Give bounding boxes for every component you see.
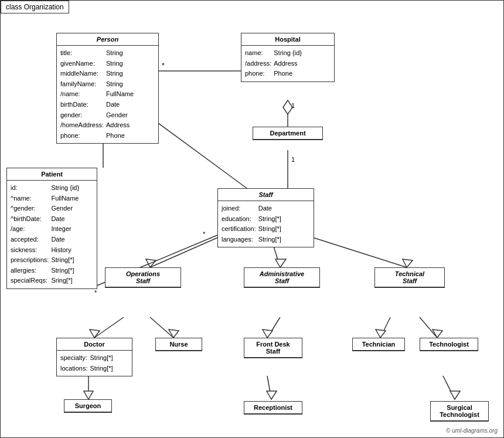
svg-line-25 — [380, 317, 390, 338]
technologist-box: Technologist — [420, 338, 478, 351]
staff-attrs: joined:Date education:String[*] certific… — [218, 201, 314, 247]
copyright: © uml-diagrams.org — [446, 427, 498, 434]
technical-staff-title: Technical Staff — [375, 268, 444, 287]
person-attrs: title:String givenName:String middleName… — [57, 46, 158, 143]
svg-marker-16 — [275, 259, 286, 267]
doctor-title: Doctor — [57, 338, 132, 351]
staff-box: Staff joined:Date education:String[*] ce… — [217, 188, 314, 247]
svg-marker-18 — [403, 259, 413, 267]
svg-marker-30 — [84, 391, 93, 399]
surgeon-box: Surgeon — [64, 399, 112, 413]
svg-line-19 — [94, 317, 124, 338]
technical-staff-box: Technical Staff — [374, 267, 445, 288]
diagram-container: class Organization * 1 * 1 * — [0, 0, 504, 438]
svg-marker-32 — [267, 391, 277, 399]
patient-attrs: id:String {id} ^name:FullName ^gender:Ge… — [7, 181, 97, 288]
department-title: Department — [253, 127, 322, 140]
operations-staff-box: Operations Staff — [105, 267, 181, 288]
patient-box: Patient id:String {id} ^name:FullName ^g… — [6, 168, 97, 289]
svg-marker-28 — [433, 330, 442, 338]
person-box: Person title:String givenName:String mid… — [56, 33, 159, 144]
administrative-staff-title: Administrative Staff — [244, 268, 319, 287]
staff-title: Staff — [218, 189, 314, 201]
svg-text:1: 1 — [291, 156, 295, 163]
svg-line-33 — [443, 376, 455, 399]
doctor-box: Doctor specialty:String[*] locations:Str… — [56, 338, 132, 376]
surgeon-title: Surgeon — [64, 400, 111, 412]
svg-line-27 — [420, 317, 437, 338]
nurse-box: Nurse — [155, 338, 202, 351]
hospital-title: Hospital — [241, 33, 334, 46]
department-box: Department — [253, 127, 323, 140]
svg-marker-22 — [169, 330, 179, 338]
svg-text:*: * — [203, 230, 206, 237]
surgical-technologist-box: Surgical Technologist — [430, 401, 489, 422]
svg-line-17 — [305, 235, 407, 267]
svg-marker-3 — [283, 100, 292, 114]
svg-text:*: * — [162, 62, 165, 70]
receptionist-box: Receptionist — [244, 401, 302, 415]
doctor-attrs: specialty:String[*] locations:String[*] — [57, 351, 132, 376]
svg-marker-14 — [146, 259, 156, 267]
svg-line-31 — [267, 376, 271, 399]
svg-line-21 — [150, 317, 173, 338]
svg-marker-20 — [90, 330, 100, 338]
svg-line-23 — [267, 317, 280, 338]
hospital-attrs: name:String {id} /address:Address phone:… — [241, 46, 334, 82]
administrative-staff-box: Administrative Staff — [244, 267, 320, 288]
operations-staff-title: Operations Staff — [105, 268, 181, 287]
surgical-technologist-title: Surgical Technologist — [431, 402, 488, 421]
technologist-title: Technologist — [420, 338, 478, 351]
diagram-title: class Organization — [1, 1, 69, 13]
svg-marker-24 — [263, 330, 273, 338]
svg-line-13 — [150, 235, 223, 267]
patient-title: Patient — [7, 168, 97, 181]
hospital-box: Hospital name:String {id} /address:Addre… — [241, 33, 335, 82]
receptionist-title: Receptionist — [244, 402, 302, 414]
front-desk-staff-title: Front Desk Staff — [244, 338, 302, 358]
svg-text:*: * — [94, 289, 97, 296]
svg-text:1: 1 — [291, 102, 295, 109]
nurse-title: Nurse — [156, 338, 202, 351]
person-title: Person — [57, 33, 158, 46]
technician-box: Technician — [352, 338, 405, 351]
technician-title: Technician — [353, 338, 404, 351]
svg-line-11 — [147, 115, 247, 188]
svg-marker-34 — [450, 391, 460, 399]
front-desk-staff-box: Front Desk Staff — [244, 338, 302, 358]
svg-marker-26 — [376, 330, 386, 338]
